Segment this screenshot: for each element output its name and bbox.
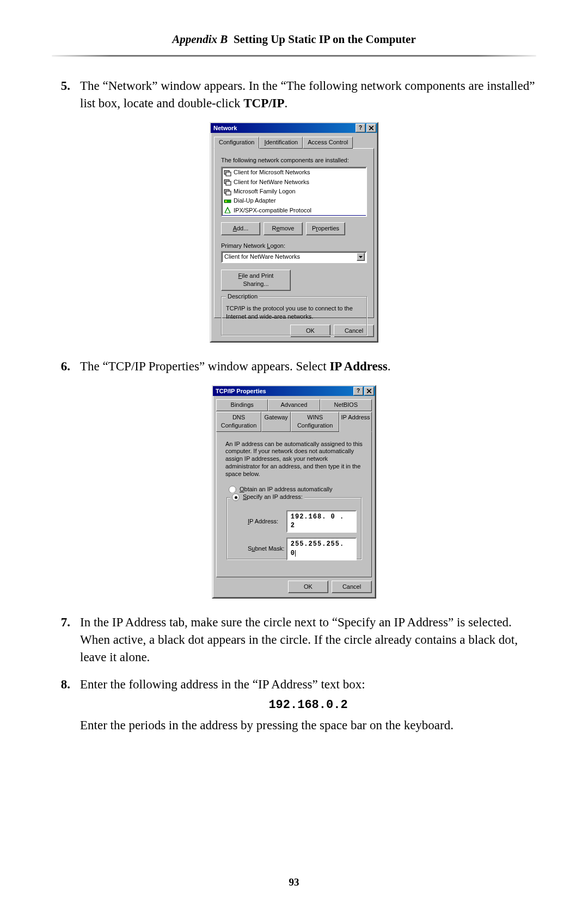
radio-label: Specify an IP address: xyxy=(243,493,303,501)
step-6-text-b: . xyxy=(388,359,391,373)
network-window: Network ? Configuration Identification A… xyxy=(210,122,378,343)
step-6-bold: IP Address xyxy=(329,359,387,373)
protocol-icon xyxy=(224,216,231,217)
list-item[interactable]: TCP/IP xyxy=(222,215,366,217)
step-body: The “Network” window appears. In the “Th… xyxy=(80,77,536,112)
page-header: Appendix B Setting Up Static IP on the C… xyxy=(52,33,536,55)
appendix-label: Appendix B xyxy=(172,33,228,46)
step-6-text-a: The “TCP/IP Properties” window appears. … xyxy=(80,359,329,373)
step-5: 5. The “Network” window appears. In the … xyxy=(52,77,536,112)
ok-button[interactable]: OK xyxy=(288,581,328,593)
description-legend: Description xyxy=(226,292,259,301)
help-icon[interactable]: ? xyxy=(353,387,363,395)
titlebar[interactable]: TCP/IP Properties ? xyxy=(213,386,375,396)
step-5-text-a: The “Network” window appears. In the “Th… xyxy=(80,79,535,110)
step-5-text-b: . xyxy=(285,96,288,110)
components-label: The following network components are ins… xyxy=(221,156,367,164)
specify-group: Specify an IP address: IP Address: 192.1… xyxy=(226,497,362,559)
adapter-icon xyxy=(224,197,231,205)
step-6: 6. The “TCP/IP Properties” window appear… xyxy=(52,358,536,375)
window-title: TCP/IP Properties xyxy=(214,387,352,395)
cancel-button[interactable]: Cancel xyxy=(332,581,372,593)
primary-logon-label: Primary Network Logon: xyxy=(221,242,367,250)
svg-rect-7 xyxy=(225,200,226,202)
tab-panel-ip: An IP address can be automatically assig… xyxy=(216,431,372,577)
tab-dns[interactable]: DNS Configuration xyxy=(216,412,261,432)
tab-netbios[interactable]: NetBIOS xyxy=(320,399,372,411)
properties-button[interactable]: Properties xyxy=(306,222,345,235)
step-number: 7. xyxy=(52,614,80,667)
ip-address-input[interactable]: 192.168. 0 . 2 xyxy=(286,510,357,533)
tab-panel-configuration: The following network components are ins… xyxy=(214,148,374,318)
svg-rect-5 xyxy=(226,191,231,195)
list-item[interactable]: Dial-Up Adapter xyxy=(222,196,366,205)
page-title: Setting Up Static IP on the Computer xyxy=(234,33,416,46)
list-item-label: TCP/IP xyxy=(234,216,253,217)
tab-bindings[interactable]: Bindings xyxy=(216,399,268,411)
step-5-bold: TCP/IP xyxy=(243,96,284,110)
list-item-label: Client for NetWare Networks xyxy=(234,178,309,186)
client-icon xyxy=(224,188,231,196)
tab-identification[interactable]: Identification xyxy=(259,137,303,148)
primary-logon-value: Client for NetWare Networks xyxy=(223,253,357,261)
step-body: The “TCP/IP Properties” window appears. … xyxy=(80,358,536,375)
step-body: Enter the following address in the “IP A… xyxy=(80,676,536,734)
dropdown-icon[interactable] xyxy=(357,253,365,261)
step-body: In the IP Address tab, make sure the cir… xyxy=(80,614,536,667)
subnet-mask-input[interactable]: 255.255.255. 0 xyxy=(286,538,357,560)
subnet-mask-label: Subnet Mask: xyxy=(248,545,286,553)
ip-address-label: IP Address: xyxy=(248,517,286,526)
description-groupbox: Description TCP/IP is the protocol you u… xyxy=(221,296,367,335)
primary-logon-select[interactable]: Client for NetWare Networks xyxy=(221,251,367,263)
window-title: Network xyxy=(212,124,354,132)
radio-specify[interactable]: Specify an IP address: xyxy=(232,493,303,501)
tab-advanced[interactable]: Advanced xyxy=(268,399,320,411)
step-8: 8. Enter the following address in the “I… xyxy=(52,676,536,734)
tcpip-properties-window: TCP/IP Properties ? Bindings Advanced Ne… xyxy=(212,385,376,599)
list-item[interactable]: Client for Microsoft Networks xyxy=(222,168,366,177)
list-item-label: Microsoft Family Logon xyxy=(234,187,296,196)
file-print-sharing-button[interactable]: File and Print Sharing... xyxy=(221,270,291,291)
step-8-text-a: Enter the following address in the “IP A… xyxy=(80,678,365,691)
page-number: 93 xyxy=(0,876,588,888)
client-icon xyxy=(224,178,231,186)
close-icon[interactable] xyxy=(366,124,376,132)
remove-button[interactable]: Remove xyxy=(264,222,303,235)
client-icon xyxy=(224,169,231,176)
tab-gateway[interactable]: Gateway xyxy=(261,412,291,432)
radio-icon xyxy=(232,493,240,501)
protocol-icon xyxy=(224,206,231,214)
help-icon[interactable]: ? xyxy=(356,124,365,132)
list-item-label: Client for Microsoft Networks xyxy=(234,168,310,176)
close-icon[interactable] xyxy=(364,387,374,395)
svg-rect-3 xyxy=(226,181,231,185)
ip-info-text: An IP address can be automatically assig… xyxy=(225,441,363,478)
description-text: TCP/IP is the protocol you use to connec… xyxy=(226,305,353,320)
step-8-text-b: Enter the periods in the address by pres… xyxy=(80,718,454,732)
tab-access-control[interactable]: Access Control xyxy=(303,137,353,148)
tab-ip-address[interactable]: IP Address xyxy=(339,412,372,432)
list-item-label: IPX/SPX-compatible Protocol xyxy=(234,206,311,215)
tab-wins[interactable]: WINS Configuration xyxy=(291,412,339,432)
step-7: 7. In the IP Address tab, make sure the … xyxy=(52,614,536,667)
step-number: 6. xyxy=(52,358,80,375)
step-number: 5. xyxy=(52,77,80,112)
components-listbox[interactable]: Client for Microsoft Networks Client for… xyxy=(221,167,367,217)
subnet-mask-value: 255.255.255. 0 xyxy=(291,540,344,557)
list-item[interactable]: Client for NetWare Networks xyxy=(222,178,366,187)
add-button[interactable]: Add... xyxy=(221,222,260,235)
step-number: 8. xyxy=(52,676,80,734)
step-8-code: 192.168.0.2 xyxy=(80,697,536,714)
titlebar[interactable]: Network ? xyxy=(211,123,377,133)
list-item[interactable]: IPX/SPX-compatible Protocol xyxy=(222,206,366,215)
svg-rect-6 xyxy=(224,200,231,203)
list-item[interactable]: Microsoft Family Logon xyxy=(222,187,366,196)
list-item-label: Dial-Up Adapter xyxy=(234,197,276,205)
svg-rect-1 xyxy=(226,172,231,176)
tab-configuration[interactable]: Configuration xyxy=(214,137,259,148)
header-rule xyxy=(52,55,536,57)
